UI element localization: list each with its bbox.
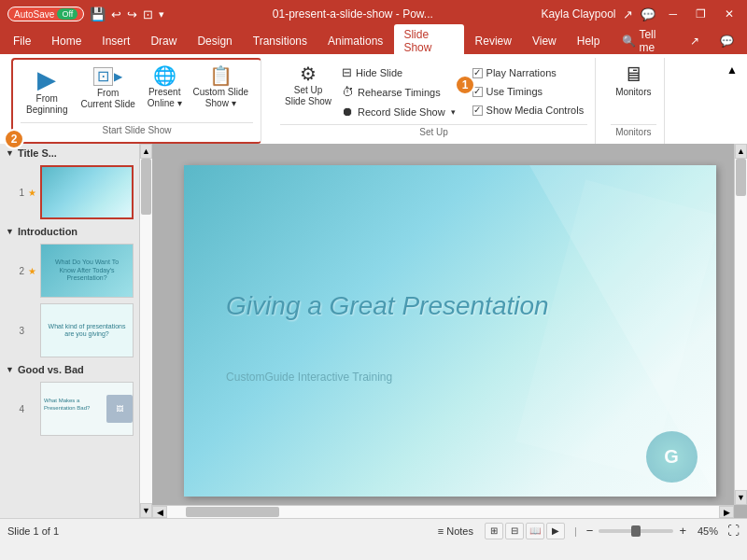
menu-design[interactable]: Design [188, 31, 241, 51]
menu-review[interactable]: Review [466, 31, 521, 51]
share-button[interactable]: ↗ [681, 31, 709, 51]
slide2-content: What Do You Want ToKnow After Today'sPre… [51, 255, 122, 286]
statusbar-left: Slide 1 of 1 [7, 525, 59, 537]
reading-view-button[interactable]: 📖 [526, 523, 544, 539]
menu-file[interactable]: File [4, 31, 40, 51]
menu-home[interactable]: Home [42, 31, 91, 51]
record-slide-show-button[interactable]: ⏺ Record Slide Show ▾ [338, 103, 459, 120]
canvas-scroll-thumb[interactable] [736, 159, 746, 196]
play-narrations-checkbox-row[interactable]: Play Narrations [469, 65, 588, 80]
show-media-controls-checkbox-row[interactable]: Show Media Controls [469, 103, 588, 118]
start-slideshow-buttons: ▶ From Beginning ⊡▶ From Current Slide 🌐… [21, 63, 253, 119]
close-button[interactable]: ✕ [719, 6, 740, 22]
zoom-slider-thumb[interactable] [631, 525, 641, 537]
canvas-h-thumb[interactable] [186, 507, 279, 517]
callout-badge-2: 2 [4, 129, 24, 149]
canvas-scroll-up[interactable]: ▲ [735, 144, 747, 159]
comments-icon[interactable]: 💬 [641, 7, 655, 21]
slide-item-3[interactable]: 3 ★ What kind of presentationsare you gi… [0, 301, 139, 360]
rehearse-button[interactable]: ⏱ Rehearse Timings [338, 83, 459, 101]
canvas-scroll-right[interactable]: ▶ [719, 506, 734, 518]
section-good-vs-bad[interactable]: ▼ Good vs. Bad [0, 360, 139, 379]
slide-star-2: ★ [28, 266, 36, 276]
slideshow-view-button[interactable]: ▶ [546, 523, 565, 539]
slide-thumb-4[interactable]: What Makes a Presentation Bad? 🖼 [40, 382, 134, 436]
slide4-content: What Makes a Presentation Bad? [41, 395, 105, 422]
play-narrations-checkbox[interactable] [472, 68, 483, 78]
custom-slide-label: Custom Slide Show ▾ [193, 87, 248, 109]
menu-slideshow[interactable]: Slide Show [394, 24, 463, 58]
menu-animations[interactable]: Animations [318, 31, 392, 51]
slide-thumb-3[interactable]: What kind of presentationsare you giving… [40, 303, 134, 357]
slide-item-1[interactable]: 1 ★ [0, 162, 139, 222]
share-icon[interactable]: ↗ [623, 7, 633, 21]
hide-slide-button[interactable]: ⊟ Hide Slide [338, 63, 459, 81]
zoom-in-icon[interactable]: + [679, 524, 686, 538]
canvas-scrollbar-v[interactable]: ▲ ▼ [734, 144, 747, 505]
menu-bar: File Home Insert Draw Design Transitions… [0, 28, 747, 54]
present-online-button[interactable]: 🌐 Present Online ▾ [143, 63, 187, 112]
setup-slide-show-button[interactable]: ⚙ Set Up Slide Show [280, 62, 336, 110]
canvas-h-track[interactable] [167, 506, 719, 518]
slide-thumb-2[interactable]: What Do You Want ToKnow After Today'sPre… [40, 244, 134, 298]
slide-item-2[interactable]: 2 ★ What Do You Want ToKnow After Today'… [0, 241, 139, 301]
maximize-button[interactable]: ❐ [690, 6, 712, 22]
menu-transitions[interactable]: Transitions [244, 31, 317, 51]
canvas-scroll-down[interactable]: ▼ [735, 490, 747, 505]
slide-logo: G [646, 431, 698, 483]
notes-button[interactable]: ≡ Notes [432, 524, 479, 539]
ribbon-section-setup: 1 ⚙ Set Up Slide Show ⊟ Hide Slide ⏱ Reh… [273, 58, 596, 144]
title-filename: 01-present-a-slide-show - Pow... [164, 7, 541, 21]
setup-label: Set Up Slide Show [285, 85, 331, 107]
slide-sorter-button[interactable]: ⊟ [505, 523, 524, 539]
fit-to-window-button[interactable]: ⛶ [727, 524, 740, 538]
slide-item-4[interactable]: 4 ★ What Makes a Presentation Bad? 🖼 [0, 379, 139, 439]
use-timings-checkbox-row[interactable]: Use Timings [469, 84, 588, 99]
slide-thumb-1[interactable] [40, 165, 134, 219]
menu-view[interactable]: View [523, 31, 566, 51]
save-icon[interactable]: 💾 [90, 7, 106, 21]
minimize-button[interactable]: ─ [663, 6, 683, 22]
menu-draw[interactable]: Draw [141, 31, 186, 51]
custom-slide-show-button[interactable]: 📋 Custom Slide Show ▾ [189, 63, 253, 112]
scroll-thumb[interactable] [141, 159, 151, 215]
slide-thumb-bg-1 [42, 167, 132, 217]
titlebar-left: AutoSave Off 💾 ↩ ↪ ⊡ ▾ [7, 7, 164, 21]
from-beginning-button[interactable]: ▶ From Beginning [21, 63, 73, 119]
scroll-track[interactable] [140, 159, 152, 503]
canvas-scrollbar-h[interactable]: ◀ ▶ [152, 505, 734, 518]
show-media-label: Show Media Controls [486, 105, 585, 116]
redo-icon[interactable]: ↪ [127, 7, 137, 21]
show-media-checkbox[interactable] [472, 105, 483, 116]
monitors-buttons: 🖥 Monitors [611, 62, 655, 121]
start-slideshow-section-label: Start Slide Show [21, 122, 253, 138]
zoom-slider[interactable] [599, 529, 673, 533]
present-online-icon: 🌐 [153, 66, 176, 85]
normal-view-button[interactable]: ⊞ [485, 523, 503, 539]
collapse-ribbon-button[interactable]: ▲ [725, 62, 740, 78]
undo-icon[interactable]: ↩ [111, 7, 121, 21]
menu-help[interactable]: Help [568, 31, 610, 51]
zoom-out-icon[interactable]: − [586, 524, 594, 538]
slide-panel-scrollbar[interactable]: ▲ ▼ [139, 144, 152, 518]
autosave-toggle[interactable]: Off [57, 8, 78, 20]
canvas-area: ▲ ▼ Giving a Great Presentation CustomGu… [152, 144, 747, 518]
canvas-scroll-track[interactable] [735, 159, 747, 490]
monitors-button[interactable]: 🖥 Monitors [611, 62, 655, 101]
presentation-icon[interactable]: ⊡ [143, 7, 153, 21]
from-current-slide-button[interactable]: ⊡▶ From Current Slide [75, 63, 140, 114]
canvas-scroll-left[interactable]: ◀ [152, 506, 167, 518]
record-dropdown-icon[interactable]: ▾ [451, 107, 456, 117]
scroll-up-button[interactable]: ▲ [140, 144, 152, 159]
present-online-label: Present Online ▾ [148, 87, 182, 109]
menu-insert[interactable]: Insert [92, 31, 139, 51]
slide-background: Giving a Great Presentation CustomGuide … [184, 165, 716, 497]
section-introduction[interactable]: ▼ Introduction [0, 222, 139, 241]
autosave-badge[interactable]: AutoSave Off [7, 7, 84, 21]
search-button[interactable]: 🔍 Tell me [613, 24, 679, 58]
monitors-label: Monitors [615, 87, 651, 98]
callout-badge-1: 1 [455, 75, 475, 95]
scroll-down-button[interactable]: ▼ [140, 503, 152, 518]
comments-button[interactable]: 💬 [711, 31, 743, 51]
statusbar-right: ≡ Notes ⊞ ⊟ 📖 ▶ | − + 45% ⛶ [432, 523, 740, 539]
